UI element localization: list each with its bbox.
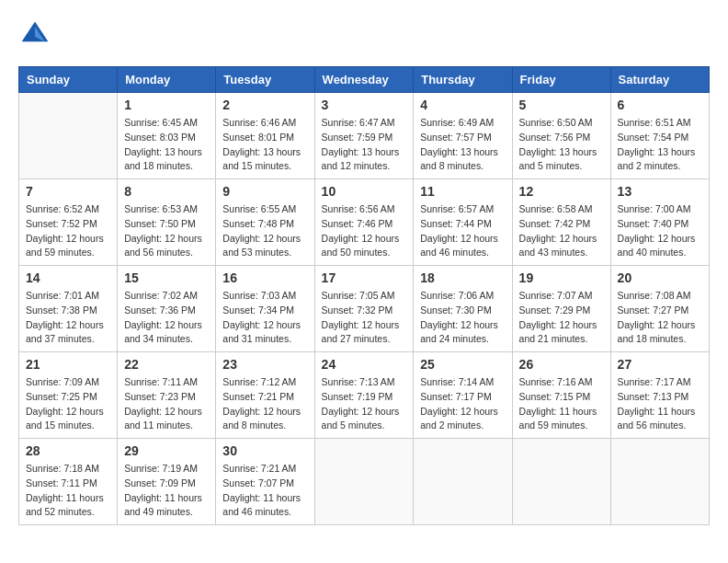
day-info: Sunrise: 6:55 AMSunset: 7:48 PMDaylight:…	[222, 202, 307, 260]
day-info: Sunrise: 6:47 AMSunset: 7:59 PMDaylight:…	[322, 116, 407, 174]
day-info: Sunrise: 6:52 AMSunset: 7:52 PMDaylight:…	[26, 202, 110, 260]
day-number: 30	[222, 443, 307, 458]
day-info: Sunrise: 7:02 AMSunset: 7:36 PMDaylight:…	[124, 289, 209, 347]
day-number: 14	[26, 270, 110, 285]
calendar-cell: 4Sunrise: 6:49 AMSunset: 7:57 PMDaylight…	[414, 93, 512, 179]
day-info: Sunrise: 7:21 AMSunset: 7:07 PMDaylight:…	[222, 462, 307, 520]
calendar-week-row: 7Sunrise: 6:52 AMSunset: 7:52 PMDaylight…	[19, 179, 710, 266]
calendar-cell: 7Sunrise: 6:52 AMSunset: 7:52 PMDaylight…	[19, 179, 118, 266]
calendar-week-row: 21Sunrise: 7:09 AMSunset: 7:25 PMDayligh…	[19, 352, 710, 439]
calendar-cell: 23Sunrise: 7:12 AMSunset: 7:21 PMDayligh…	[216, 352, 314, 439]
day-info: Sunrise: 7:01 AMSunset: 7:38 PMDaylight:…	[26, 289, 110, 347]
day-number: 23	[222, 357, 307, 372]
day-info: Sunrise: 6:53 AMSunset: 7:50 PMDaylight:…	[124, 202, 209, 260]
calendar-cell: 21Sunrise: 7:09 AMSunset: 7:25 PMDayligh…	[19, 352, 118, 439]
calendar-cell: 3Sunrise: 6:47 AMSunset: 7:59 PMDaylight…	[314, 93, 414, 179]
day-number: 7	[26, 184, 110, 199]
calendar-cell: 18Sunrise: 7:06 AMSunset: 7:30 PMDayligh…	[414, 266, 512, 352]
calendar-cell: 29Sunrise: 7:19 AMSunset: 7:09 PMDayligh…	[118, 439, 216, 525]
day-info: Sunrise: 7:08 AMSunset: 7:27 PMDaylight:…	[618, 289, 702, 347]
calendar-cell: 19Sunrise: 7:07 AMSunset: 7:29 PMDayligh…	[512, 266, 610, 352]
day-number: 9	[222, 184, 307, 199]
calendar-cell	[19, 93, 118, 179]
day-number: 20	[618, 270, 702, 285]
day-number: 25	[420, 357, 505, 372]
day-info: Sunrise: 7:11 AMSunset: 7:23 PMDaylight:…	[124, 375, 209, 433]
day-info: Sunrise: 7:07 AMSunset: 7:29 PMDaylight:…	[519, 289, 604, 347]
day-number: 17	[322, 270, 407, 285]
day-info: Sunrise: 6:51 AMSunset: 7:54 PMDaylight:…	[618, 116, 702, 174]
calendar-cell: 2Sunrise: 6:46 AMSunset: 8:01 PMDaylight…	[216, 93, 314, 179]
weekday-header-monday: Monday	[118, 67, 216, 93]
calendar-cell: 15Sunrise: 7:02 AMSunset: 7:36 PMDayligh…	[118, 266, 216, 352]
weekday-header-friday: Friday	[512, 67, 610, 93]
calendar-week-row: 28Sunrise: 7:18 AMSunset: 7:11 PMDayligh…	[19, 439, 710, 525]
day-number: 13	[618, 184, 702, 199]
weekday-header-thursday: Thursday	[414, 67, 512, 93]
calendar-cell	[314, 439, 414, 525]
day-number: 11	[420, 184, 505, 199]
calendar-cell: 27Sunrise: 7:17 AMSunset: 7:13 PMDayligh…	[610, 352, 709, 439]
day-info: Sunrise: 7:16 AMSunset: 7:15 PMDaylight:…	[519, 375, 604, 433]
calendar-cell: 14Sunrise: 7:01 AMSunset: 7:38 PMDayligh…	[19, 266, 118, 352]
calendar-cell: 30Sunrise: 7:21 AMSunset: 7:07 PMDayligh…	[216, 439, 314, 525]
calendar-cell: 22Sunrise: 7:11 AMSunset: 7:23 PMDayligh…	[118, 352, 216, 439]
calendar-table: SundayMondayTuesdayWednesdayThursdayFrid…	[18, 66, 710, 525]
day-number: 6	[618, 98, 702, 112]
weekday-header-tuesday: Tuesday	[216, 67, 314, 93]
day-number: 12	[519, 184, 604, 199]
calendar-cell: 25Sunrise: 7:14 AMSunset: 7:17 PMDayligh…	[414, 352, 512, 439]
day-number: 1	[124, 98, 209, 112]
calendar-cell: 28Sunrise: 7:18 AMSunset: 7:11 PMDayligh…	[19, 439, 118, 525]
day-number: 29	[124, 443, 209, 458]
day-number: 3	[322, 98, 407, 112]
calendar-cell: 12Sunrise: 6:58 AMSunset: 7:42 PMDayligh…	[512, 179, 610, 266]
calendar-cell	[610, 439, 709, 525]
calendar-cell: 11Sunrise: 6:57 AMSunset: 7:44 PMDayligh…	[414, 179, 512, 266]
calendar-cell: 10Sunrise: 6:56 AMSunset: 7:46 PMDayligh…	[314, 179, 414, 266]
calendar-cell: 9Sunrise: 6:55 AMSunset: 7:48 PMDaylight…	[216, 179, 314, 266]
day-info: Sunrise: 7:19 AMSunset: 7:09 PMDaylight:…	[124, 462, 209, 520]
calendar-cell: 16Sunrise: 7:03 AMSunset: 7:34 PMDayligh…	[216, 266, 314, 352]
day-number: 19	[519, 270, 604, 285]
day-number: 26	[519, 357, 604, 372]
calendar-week-row: 1Sunrise: 6:45 AMSunset: 8:03 PMDaylight…	[19, 93, 710, 179]
page-header	[18, 18, 710, 52]
calendar-cell: 17Sunrise: 7:05 AMSunset: 7:32 PMDayligh…	[314, 266, 414, 352]
day-info: Sunrise: 6:50 AMSunset: 7:56 PMDaylight:…	[519, 116, 604, 174]
day-info: Sunrise: 7:05 AMSunset: 7:32 PMDaylight:…	[322, 289, 407, 347]
logo-icon	[18, 18, 51, 52]
weekday-header-wednesday: Wednesday	[314, 67, 414, 93]
day-info: Sunrise: 7:17 AMSunset: 7:13 PMDaylight:…	[618, 375, 702, 433]
day-info: Sunrise: 6:46 AMSunset: 8:01 PMDaylight:…	[222, 116, 307, 174]
weekday-header-row: SundayMondayTuesdayWednesdayThursdayFrid…	[19, 67, 710, 93]
day-info: Sunrise: 7:00 AMSunset: 7:40 PMDaylight:…	[618, 202, 702, 260]
day-info: Sunrise: 7:18 AMSunset: 7:11 PMDaylight:…	[26, 462, 110, 520]
calendar-cell	[512, 439, 610, 525]
calendar-week-row: 14Sunrise: 7:01 AMSunset: 7:38 PMDayligh…	[19, 266, 710, 352]
logo	[18, 18, 57, 52]
calendar-cell: 13Sunrise: 7:00 AMSunset: 7:40 PMDayligh…	[610, 179, 709, 266]
day-number: 2	[222, 98, 307, 112]
day-info: Sunrise: 7:06 AMSunset: 7:30 PMDaylight:…	[420, 289, 505, 347]
weekday-header-sunday: Sunday	[19, 67, 118, 93]
calendar-cell: 8Sunrise: 6:53 AMSunset: 7:50 PMDaylight…	[118, 179, 216, 266]
day-info: Sunrise: 6:58 AMSunset: 7:42 PMDaylight:…	[519, 202, 604, 260]
day-number: 5	[519, 98, 604, 112]
day-info: Sunrise: 7:03 AMSunset: 7:34 PMDaylight:…	[222, 289, 307, 347]
day-number: 10	[322, 184, 407, 199]
day-number: 18	[420, 270, 505, 285]
day-info: Sunrise: 6:45 AMSunset: 8:03 PMDaylight:…	[124, 116, 209, 174]
day-info: Sunrise: 6:57 AMSunset: 7:44 PMDaylight:…	[420, 202, 505, 260]
calendar-cell: 20Sunrise: 7:08 AMSunset: 7:27 PMDayligh…	[610, 266, 709, 352]
day-info: Sunrise: 7:14 AMSunset: 7:17 PMDaylight:…	[420, 375, 505, 433]
day-number: 15	[124, 270, 209, 285]
day-number: 8	[124, 184, 209, 199]
day-number: 22	[124, 357, 209, 372]
calendar-cell: 24Sunrise: 7:13 AMSunset: 7:19 PMDayligh…	[314, 352, 414, 439]
day-info: Sunrise: 7:09 AMSunset: 7:25 PMDaylight:…	[26, 375, 110, 433]
day-info: Sunrise: 7:12 AMSunset: 7:21 PMDaylight:…	[222, 375, 307, 433]
day-number: 4	[420, 98, 505, 112]
day-number: 28	[26, 443, 110, 458]
weekday-header-saturday: Saturday	[610, 67, 709, 93]
